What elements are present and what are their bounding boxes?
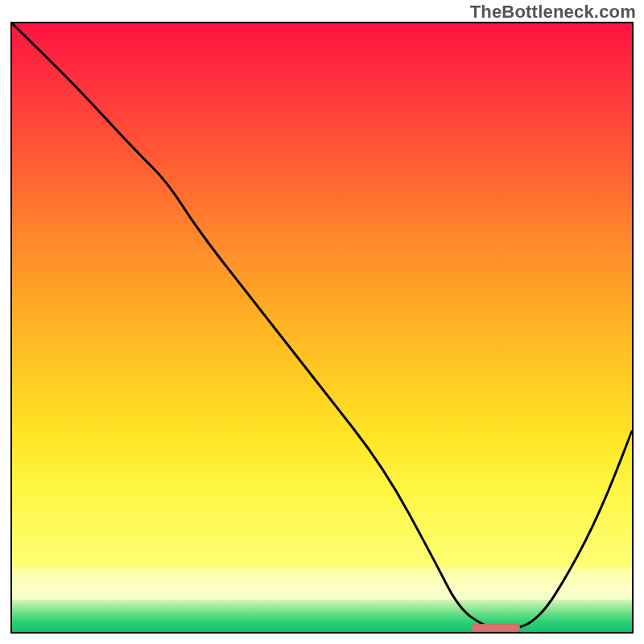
watermark-text: TheBottleneck.com [470,2,636,23]
optimal-range-marker [471,624,521,632]
bottleneck-curve [12,23,632,632]
plot-area [10,22,634,634]
chart-stage: TheBottleneck.com [0,0,644,644]
